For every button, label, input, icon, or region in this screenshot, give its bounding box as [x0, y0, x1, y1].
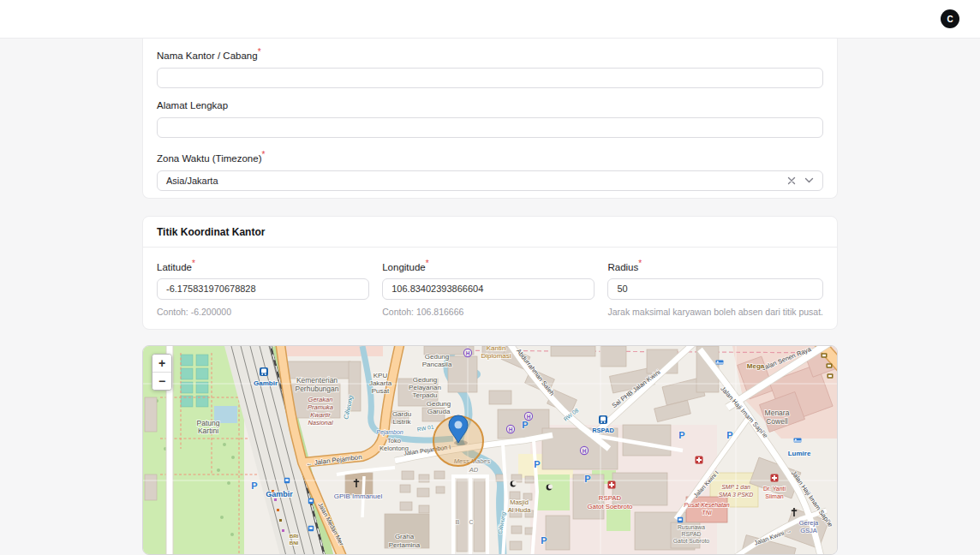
map-label: Pertamina [389, 541, 421, 549]
map-label: Siiman [765, 493, 784, 499]
field-latitude: Latitude* Contoh: -6.200000 [157, 259, 369, 317]
atm-icon [828, 373, 834, 379]
timezone-select[interactable]: Asia/Jakarta [157, 170, 823, 191]
radius-input[interactable] [607, 278, 823, 300]
map-label: Gerakan [308, 396, 333, 403]
map-label: Jakarta [369, 379, 392, 387]
map-label: Rusunawa [678, 524, 705, 530]
map-label: RSPAD [592, 427, 614, 434]
svg-text:H: H [466, 350, 470, 356]
hospital-icon [608, 481, 616, 489]
radius-helper: Jarak maksimal karyawan boleh absen dari… [607, 307, 823, 317]
map-canvas[interactable]: HHHHPPPPPPP PatungKartiniGambirGambirKem… [143, 346, 837, 555]
office-form-card: Nama Kantor / Cabang* Alamat Lengkap Zon… [142, 39, 838, 199]
required-mark: * [192, 259, 195, 268]
helipad-icon: H [463, 349, 471, 356]
map-label: Pancasila [422, 361, 452, 368]
required-mark: * [426, 259, 429, 268]
map-label: Nasional [308, 419, 333, 427]
map-label: Pusat [372, 387, 390, 395]
longitude-label: Longitude* [382, 259, 595, 272]
map-label: Mega [747, 362, 765, 370]
required-mark: * [258, 47, 261, 57]
map-label: KPU [373, 372, 388, 379]
map-label: SMA 3 PSKD [719, 492, 754, 498]
map-label: Gambir [266, 490, 293, 498]
longitude-input[interactable] [382, 278, 595, 300]
longitude-helper: Contoh: 106.816666 [382, 307, 595, 317]
clear-icon[interactable] [787, 176, 796, 185]
bed-icon [716, 361, 724, 365]
chevron-down-icon[interactable] [804, 177, 814, 183]
page-content: Nama Kantor / Cabang* Alamat Lengkap Zon… [142, 39, 838, 555]
map-label: RSPAD [599, 494, 622, 502]
map-zoom-control: + − [152, 354, 172, 391]
station-icon [599, 415, 607, 424]
zoom-in-button[interactable]: + [152, 355, 171, 372]
hospital-icon [696, 457, 703, 464]
parking-icon: P [534, 459, 540, 469]
svg-text:P: P [584, 474, 590, 484]
alamat-input[interactable] [157, 117, 823, 138]
coordinates-card: Titik Koordinat Kantor Latitude* Contoh:… [142, 216, 838, 330]
svg-text:H: H [527, 414, 531, 420]
map-label: Graha [395, 533, 415, 540]
parking-icon: P [541, 535, 547, 546]
map-label: Pelayanan [409, 384, 441, 391]
map-label: C [469, 519, 473, 525]
map-label: Gedung [425, 353, 449, 361]
map-label: Gedung [413, 376, 437, 384]
field-radius: Radius* Jarak maksimal karyawan boleh ab… [607, 259, 823, 317]
stop-icon [284, 478, 290, 483]
svg-text:H: H [509, 427, 513, 433]
coordinates-card-title: Titik Koordinat Kantor [143, 217, 837, 248]
latitude-label: Latitude* [157, 259, 369, 272]
map-label: Pejambon [376, 429, 403, 436]
map-label: Menara [765, 409, 790, 417]
timezone-selected-value: Asia/Jakarta [166, 176, 779, 186]
map-label: Gardu [392, 410, 411, 418]
map-label: Garuda [427, 408, 451, 415]
latitude-input[interactable] [157, 278, 369, 300]
map-marker[interactable] [433, 415, 483, 466]
parking-icon: P [251, 480, 257, 491]
field-alamat: Alamat Lengkap [157, 99, 823, 138]
user-avatar[interactable]: C [941, 9, 959, 28]
map-label: Gatot Subroto [673, 538, 710, 544]
parking-icon: P [726, 430, 732, 440]
map-label: GSJA [800, 527, 817, 534]
map-label: TNI [702, 510, 711, 516]
helipad-icon: H [580, 446, 588, 454]
map-label: Lumire [788, 450, 811, 457]
map-label: Kementerian [296, 376, 338, 385]
stop-icon [308, 526, 314, 531]
nama-kantor-input[interactable] [157, 68, 823, 88]
map-label: Diplomasi [481, 352, 511, 360]
nama-kantor-label: Nama Kantor / Cabang* [157, 46, 823, 62]
map-label: Kartini [198, 427, 218, 435]
svg-text:P: P [522, 420, 528, 430]
field-nama-kantor: Nama Kantor / Cabang* [157, 46, 823, 88]
map-label: Toko [387, 437, 401, 445]
map-label: Pramuka [308, 403, 333, 411]
map-label: B [456, 519, 460, 525]
map-label: GPIB Immanuel [334, 492, 383, 500]
required-mark: * [638, 259, 642, 268]
map-label: Perhubungan [295, 385, 338, 393]
svg-text:P: P [726, 430, 732, 440]
map-label: Pusat Kesehatan [684, 502, 729, 508]
map-label: Gereja [799, 519, 819, 527]
zoom-out-button[interactable]: − [152, 372, 171, 390]
map-label: BRI [290, 533, 299, 539]
map-label: Gedung [427, 400, 451, 408]
svg-text:H: H [583, 448, 587, 454]
map-label: RSPAD [682, 531, 702, 537]
bed-icon [794, 439, 802, 443]
helipad-icon: H [506, 425, 514, 433]
field-longitude: Longitude* Contoh: 106.816666 [382, 259, 595, 317]
latitude-helper: Contoh: -6.200000 [157, 307, 369, 317]
stop-icon [678, 517, 683, 522]
svg-text:P: P [534, 459, 540, 469]
field-timezone: Zona Waktu (Timezone)* Asia/Jakarta [157, 149, 823, 191]
parking-icon: P [522, 420, 528, 430]
